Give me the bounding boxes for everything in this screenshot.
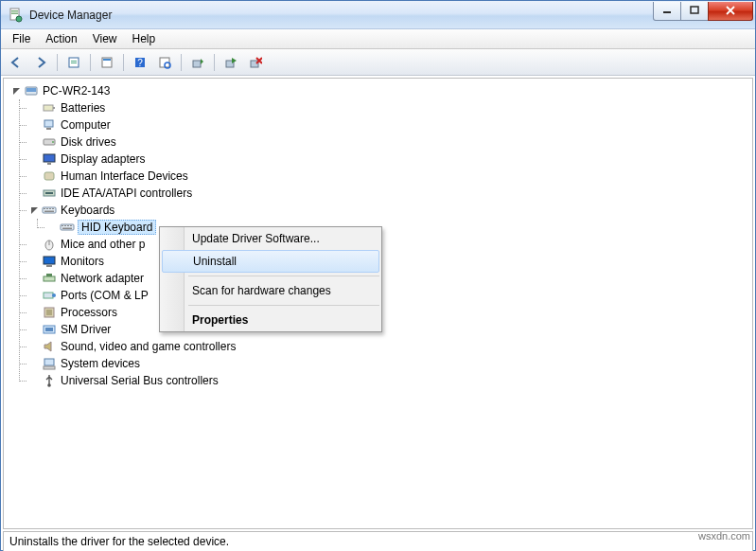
ctx-properties[interactable]: Properties	[160, 309, 381, 331]
svg-rect-52	[46, 310, 52, 315]
svg-rect-38	[62, 225, 63, 226]
tree-node[interactable]: Processors	[27, 304, 752, 321]
tree-node[interactable]: Human Interface Devices	[27, 168, 752, 185]
collapse-icon[interactable]	[9, 84, 23, 98]
toolbar-separator	[214, 54, 215, 71]
menubar: File Action View Help	[1, 29, 755, 49]
context-menu-separator	[188, 305, 379, 306]
tree-node[interactable]: SM Driver	[27, 321, 752, 338]
tree-node-label: Ports (COM & LP	[61, 289, 152, 302]
help-button[interactable]: ?	[129, 51, 151, 74]
tree-node-label: IDE ATA/ATAPI controllers	[61, 187, 196, 200]
svg-rect-45	[44, 257, 55, 264]
tree-node[interactable]: Sound, video and game controllers	[27, 338, 752, 355]
tree-node[interactable]: Universal Serial Bus controllers	[27, 372, 752, 389]
svg-rect-34	[49, 208, 51, 209]
tree-node[interactable]: Monitors	[27, 253, 752, 270]
svg-rect-20	[44, 105, 53, 111]
tree-node-label: HID Keyboard	[78, 220, 156, 235]
window-buttons	[654, 2, 753, 21]
update-driver-button[interactable]	[186, 51, 209, 74]
tree-node[interactable]: Display adapters	[27, 151, 752, 168]
disable-button[interactable]	[244, 51, 267, 74]
svg-rect-56	[44, 366, 55, 369]
tree-node-label: Processors	[61, 306, 121, 319]
tree-node[interactable]: Mice and other p	[27, 236, 752, 253]
svg-rect-30	[45, 192, 53, 194]
svg-rect-33	[46, 208, 48, 209]
svg-rect-22	[44, 120, 53, 127]
ctx-uninstall[interactable]: Uninstall	[162, 250, 379, 273]
tree-node[interactable]: Disk drives	[27, 133, 752, 151]
watermark: wsxdn.com	[698, 530, 750, 542]
svg-rect-32	[44, 208, 45, 209]
svg-rect-5	[691, 7, 698, 13]
tree-node[interactable]: IDE ATA/ATAPI controllers	[27, 185, 752, 202]
toolbar-separator	[90, 54, 91, 71]
tree-node-label: SM Driver	[61, 323, 114, 336]
svg-rect-46	[46, 265, 52, 267]
tree-node-label: Network adapter	[61, 272, 148, 285]
content-area: PC-WR2-143BatteriesComputerDisk drivesDi…	[3, 78, 753, 529]
svg-rect-15	[193, 61, 201, 67]
context-menu-separator	[188, 276, 379, 276]
statusbar: Uninstalls the driver for the selected d…	[3, 531, 753, 551]
tree-node-label: Mice and other p	[61, 238, 149, 251]
svg-rect-37	[61, 224, 74, 230]
svg-rect-35	[52, 208, 54, 209]
svg-rect-10	[103, 59, 111, 61]
svg-rect-28	[44, 172, 54, 180]
svg-rect-36	[44, 211, 54, 213]
toolbar-separator	[181, 54, 182, 71]
svg-rect-48	[46, 274, 52, 276]
svg-rect-39	[64, 225, 66, 226]
tree-node-label: Human Interface Devices	[61, 169, 192, 183]
tree-node[interactable]: Network adapter	[27, 270, 752, 287]
menu-file[interactable]: File	[5, 29, 38, 48]
tree-node[interactable]: Computer	[27, 116, 752, 133]
properties-button[interactable]	[96, 51, 118, 74]
scan-button[interactable]	[153, 51, 176, 74]
svg-rect-54	[45, 328, 53, 331]
collapse-icon[interactable]	[27, 204, 41, 217]
svg-point-25	[52, 141, 54, 143]
tree-node-label: Batteries	[61, 101, 109, 115]
menu-action[interactable]: Action	[38, 29, 84, 48]
svg-rect-55	[44, 359, 54, 365]
maximize-button[interactable]	[680, 2, 709, 21]
tree-node[interactable]: Batteries	[27, 99, 752, 116]
tree-node-label: PC-WR2-143	[43, 84, 114, 98]
svg-rect-2	[11, 12, 18, 13]
svg-rect-42	[62, 228, 72, 230]
tree-node[interactable]: System devices	[27, 355, 752, 372]
toolbar-separator	[57, 54, 58, 71]
tree-node[interactable]: PC-WR2-143	[9, 82, 752, 99]
menu-help[interactable]: Help	[125, 29, 164, 48]
toolbar: ?	[1, 49, 755, 76]
uninstall-button[interactable]	[220, 51, 242, 74]
svg-rect-41	[70, 225, 72, 226]
close-button[interactable]	[708, 2, 753, 21]
minimize-button[interactable]	[653, 2, 681, 21]
back-button[interactable]	[5, 51, 27, 74]
svg-rect-19	[26, 88, 36, 92]
menu-view[interactable]: View	[85, 29, 125, 48]
forward-button[interactable]	[29, 51, 52, 74]
svg-rect-47	[44, 276, 55, 281]
svg-rect-26	[44, 154, 55, 162]
ctx-update-driver[interactable]: Update Driver Software...	[160, 227, 381, 250]
tree-node-label: Disk drives	[61, 135, 120, 149]
svg-point-3	[16, 16, 22, 22]
ctx-scan[interactable]: Scan for hardware changes	[160, 279, 381, 302]
device-manager-window: Device Manager File Action View Help ?	[0, 0, 756, 551]
context-menu: Update Driver Software... Uninstall Scan…	[159, 226, 382, 332]
svg-text:?: ?	[137, 58, 143, 68]
svg-point-57	[47, 383, 51, 387]
tree-node-label: Monitors	[61, 255, 108, 268]
tree-node[interactable]: Keyboards	[27, 202, 752, 219]
tree-node[interactable]: HID Keyboard	[45, 219, 752, 236]
tree-node-label: System devices	[61, 357, 144, 370]
show-hidden-button[interactable]	[62, 51, 85, 74]
svg-rect-23	[46, 128, 51, 130]
tree-node[interactable]: Ports (COM & LP	[27, 287, 752, 304]
